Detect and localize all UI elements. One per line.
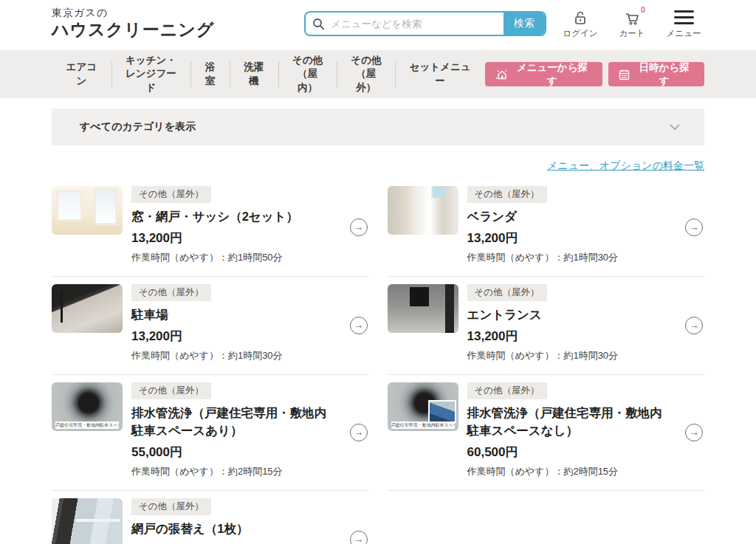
- card-arrow-button[interactable]: →: [350, 317, 368, 334]
- card-image: 戸建住宅専用・敷地内駐車スペースあり: [52, 382, 123, 431]
- card-body: その他（屋外） 排水管洗浄（戸建住宅専用・敷地内駐車スペースなし） 60,500…: [467, 382, 705, 478]
- card-body: その他（屋外） 窓・網戸・サッシ（2セット） 13,200円 作業時間（めやす）…: [131, 186, 369, 264]
- login-button[interactable]: ログイン: [560, 8, 601, 39]
- card-work-time: 作業時間（めやす）：約1時間50分: [131, 251, 337, 264]
- card-body: その他（屋外） ベランダ 13,200円 作業時間（めやす）：約1時間30分: [467, 186, 705, 264]
- card-category-tag: その他（屋外）: [131, 284, 211, 301]
- card-price: 13,200円: [131, 542, 337, 544]
- card-category-tag: その他（屋外）: [467, 284, 547, 301]
- card-title: 窓・網戸・サッシ（2セット）: [131, 208, 337, 226]
- search-input[interactable]: [325, 13, 504, 35]
- service-card[interactable]: その他（屋外） 窓・網戸・サッシ（2セット） 13,200円 作業時間（めやす）…: [52, 179, 369, 277]
- card-title: 排水管洗浄（戸建住宅専用・敷地内駐車スペースあり）: [131, 404, 337, 440]
- category-nav-list: エアコン キッチン・ レンジフード 浴室 洗濯機 その他 （屋内） その他 （屋…: [52, 54, 485, 94]
- card-price: 13,200円: [131, 328, 337, 345]
- arrow-right-icon: →: [690, 320, 699, 331]
- search-icon: [306, 13, 325, 35]
- nav-item-bathroom[interactable]: 浴室: [190, 61, 230, 87]
- pricelist-link-row: メニュー、オプションの料金一覧: [52, 159, 704, 173]
- card-work-time: 作業時間（めやす）：約2時間15分: [131, 465, 337, 478]
- search-bar: 検索: [304, 11, 546, 36]
- card-arrow-button[interactable]: →: [685, 424, 703, 441]
- card-category-tag: その他（屋外）: [131, 382, 211, 399]
- arrow-right-icon: →: [354, 320, 363, 331]
- service-card[interactable]: その他（屋外） エントランス 13,200円 作業時間（めやす）：約1時間30分…: [388, 277, 705, 375]
- card-work-time: 作業時間（めやす）：約1時間30分: [131, 349, 337, 362]
- nav-item-kitchen[interactable]: キッチン・ レンジフード: [111, 54, 191, 94]
- login-label: ログイン: [563, 28, 597, 39]
- arrow-right-icon: →: [354, 221, 363, 233]
- arrow-right-icon: →: [354, 534, 363, 544]
- card-title: 網戸の張替え（1枚）: [131, 520, 337, 538]
- search-by-datetime-label: 日時から探す: [634, 61, 694, 88]
- arrow-right-icon: →: [690, 221, 699, 233]
- service-card[interactable]: その他（屋外） ベランダ 13,200円 作業時間（めやす）：約1時間30分 →: [388, 179, 705, 277]
- service-card[interactable]: 戸建住宅専用・敷地内駐車スペースあり その他（屋外） 排水管洗浄（戸建住宅専用・…: [52, 375, 369, 491]
- menu-button[interactable]: メニュー: [663, 8, 704, 39]
- card-category-tag: その他（屋外）: [131, 186, 211, 203]
- card-category-tag: その他（屋外）: [131, 498, 211, 515]
- cards-grid: その他（屋外） 窓・網戸・サッシ（2セット） 13,200円 作業時間（めやす）…: [52, 179, 704, 544]
- lock-icon: [573, 8, 588, 26]
- site-logo[interactable]: 東京ガスの ハウスクリーニング: [52, 7, 214, 41]
- nav-item-other-outdoor[interactable]: その他 （屋外）: [337, 54, 395, 94]
- card-image: 戸建住宅専用・敷地内駐車スペースなし: [388, 382, 458, 431]
- service-card[interactable]: その他（屋外） 網戸の張替え（1枚） 13,200円 作業時間（めやす）：約45…: [52, 491, 369, 544]
- service-card[interactable]: その他（屋外） 駐車場 13,200円 作業時間（めやす）：約1時間30分 →: [52, 277, 369, 375]
- card-arrow-button[interactable]: →: [685, 218, 703, 236]
- arrow-right-icon: →: [690, 427, 699, 438]
- card-price: 13,200円: [131, 230, 337, 247]
- nav-buttons: メニューから探す 日時から探す: [485, 62, 704, 86]
- cart-label: カート: [619, 28, 645, 39]
- nav-item-other-indoor[interactable]: その他 （屋内）: [278, 54, 337, 94]
- card-image-caption: 戸建住宅専用・敷地内駐車スペースなし: [391, 421, 455, 429]
- card-arrow-button[interactable]: →: [350, 218, 368, 236]
- card-image: [52, 498, 123, 544]
- card-title: 排水管洗浄（戸建住宅専用・敷地内駐車スペースなし）: [467, 404, 673, 440]
- hamburger-icon: [674, 8, 694, 26]
- card-image: [52, 186, 123, 235]
- pricelist-link[interactable]: メニュー、オプションの料金一覧: [547, 159, 704, 171]
- card-price: 60,500円: [467, 444, 673, 461]
- nav-item-laundry[interactable]: 洗濯機: [230, 61, 278, 87]
- card-image: [52, 284, 123, 333]
- card-body: その他（屋外） 排水管洗浄（戸建住宅専用・敷地内駐車スペースあり） 55,000…: [131, 382, 369, 478]
- card-arrow-button[interactable]: →: [350, 531, 368, 544]
- card-body: その他（屋外） 駐車場 13,200円 作業時間（めやす）：約1時間30分: [131, 284, 369, 362]
- search-by-menu-label: メニューから探す: [512, 61, 592, 88]
- card-work-time: 作業時間（めやす）：約2時間15分: [467, 465, 673, 478]
- search-button[interactable]: 検索: [504, 13, 545, 35]
- card-title: エントランス: [467, 306, 673, 324]
- nav-item-set-menu[interactable]: セットメニュー: [395, 61, 484, 87]
- cart-icon: 0: [624, 8, 640, 26]
- service-card[interactable]: 戸建住宅専用・敷地内駐車スペースなし その他（屋外） 排水管洗浄（戸建住宅専用・…: [388, 375, 705, 491]
- card-title: 駐車場: [131, 306, 337, 324]
- show-all-categories-toggle[interactable]: すべてのカテゴリを表示: [52, 109, 704, 145]
- card-category-tag: その他（屋外）: [467, 186, 547, 203]
- menu-label: メニュー: [667, 28, 701, 39]
- card-price: 13,200円: [467, 230, 673, 247]
- chevron-down-icon: [669, 123, 681, 131]
- card-work-time: 作業時間（めやす）：約1時間30分: [467, 349, 673, 362]
- card-image: [388, 186, 458, 235]
- arrow-right-icon: →: [354, 427, 363, 438]
- main-content: すべてのカテゴリを表示 メニュー、オプションの料金一覧 その他（屋外） 窓・網戸…: [0, 109, 756, 544]
- card-price: 13,200円: [467, 328, 673, 345]
- show-all-categories-label: すべてのカテゴリを表示: [80, 120, 196, 134]
- card-image: [388, 284, 458, 333]
- card-body: その他（屋外） 網戸の張替え（1枚） 13,200円 作業時間（めやす）：約45…: [131, 498, 369, 544]
- site-header: 東京ガスの ハウスクリーニング 検索 ログイン 0 カート メニュー: [0, 0, 756, 50]
- card-image-caption: 戸建住宅専用・敷地内駐車スペースあり: [55, 421, 119, 429]
- nav-item-aircon[interactable]: エアコン: [52, 61, 111, 87]
- search-by-menu-button[interactable]: メニューから探す: [485, 62, 602, 86]
- logo-title: ハウスクリーニング: [52, 19, 214, 41]
- card-category-tag: その他（屋外）: [467, 382, 547, 399]
- search-by-datetime-button[interactable]: 日時から探す: [608, 62, 704, 86]
- card-title: ベランダ: [467, 208, 673, 226]
- card-arrow-button[interactable]: →: [350, 424, 368, 441]
- cart-button[interactable]: 0 カート: [611, 8, 653, 39]
- calendar-icon: [619, 69, 630, 80]
- card-arrow-button[interactable]: →: [685, 317, 703, 334]
- card-body: その他（屋外） エントランス 13,200円 作業時間（めやす）：約1時間30分: [467, 284, 705, 362]
- category-nav: エアコン キッチン・ レンジフード 浴室 洗濯機 その他 （屋内） その他 （屋…: [0, 50, 756, 98]
